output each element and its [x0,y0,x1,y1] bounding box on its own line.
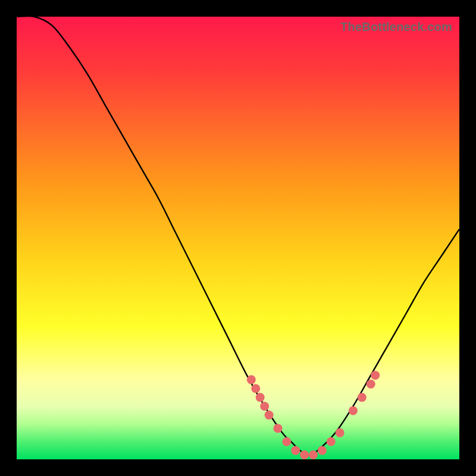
data-marker [265,411,274,419]
bottleneck-curve [17,17,459,459]
data-marker [300,450,309,459]
data-marker [349,406,358,415]
bottleneck-line [17,16,459,455]
data-marker [251,384,260,393]
chart-frame: TheBottleneck.com [0,0,476,476]
data-marker [260,402,269,411]
data-marker [336,428,345,437]
data-marker [367,380,375,389]
data-marker [273,424,282,433]
data-marker [371,371,380,380]
data-marker [282,437,291,446]
data-marker [358,393,367,402]
data-marker [256,393,265,402]
plot-area: TheBottleneck.com [17,17,459,459]
data-marker [309,450,318,459]
data-marker [247,375,256,384]
data-marker [318,446,327,455]
data-marker [291,446,300,455]
data-marker [327,437,336,446]
